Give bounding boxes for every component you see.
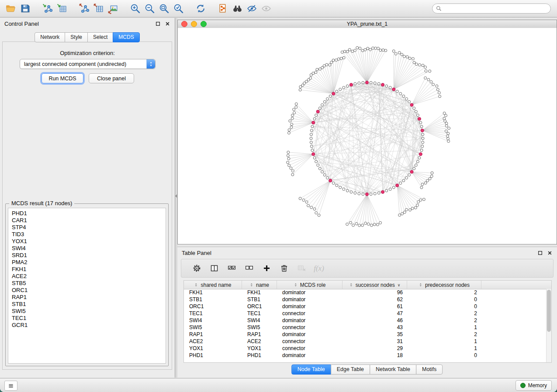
mcds-result-item[interactable]: STP4 (12, 224, 166, 231)
mcds-result-item[interactable]: TEC1 (12, 315, 166, 322)
cell: dominator (277, 303, 343, 309)
network-canvas[interactable] (178, 28, 557, 244)
mcds-result-item[interactable]: PMA2 (12, 259, 166, 266)
maximize-window-icon[interactable] (201, 21, 207, 27)
mcds-result-item[interactable]: STB1 (12, 301, 166, 308)
memory-button[interactable]: Memory (515, 380, 552, 391)
close-window-icon[interactable] (181, 21, 187, 27)
export-image-button[interactable] (106, 2, 120, 15)
check-all-icon (227, 264, 236, 273)
tab-motifs[interactable]: Motifs (416, 364, 443, 375)
network-window-titlebar[interactable]: YPA_prune.txt_1 (178, 20, 557, 28)
zoom-fit-button[interactable] (157, 2, 171, 15)
table-row[interactable]: SWI5SWI5connector431 (184, 324, 547, 331)
mcds-result-item[interactable]: SWI5 (12, 308, 166, 315)
mcds-result-item[interactable]: TID3 (12, 231, 166, 238)
create-column-button[interactable] (259, 261, 274, 276)
table-scrollbar[interactable] (546, 289, 551, 362)
mcds-result-item[interactable]: STB5 (12, 280, 166, 287)
tab-node-table[interactable]: Node Table (291, 364, 331, 375)
show-graphics-details-button[interactable] (259, 2, 273, 15)
mcds-result-item[interactable]: RAP1 (12, 294, 166, 301)
table-row[interactable]: SWI4SWI4dominator462 (184, 317, 547, 324)
export-table-button[interactable] (91, 2, 106, 15)
show-columns-button[interactable] (207, 261, 221, 276)
table-row[interactable]: RAP1RAP1dominator352 (184, 331, 547, 338)
search-box[interactable] (432, 3, 551, 14)
column-header-shared-name[interactable]: shared name (184, 281, 242, 289)
open-session-button[interactable] (3, 2, 18, 15)
table-row[interactable]: ORC1ORC1dominator610 (184, 303, 547, 310)
mcds-result-item[interactable]: SWI4 (12, 245, 166, 252)
mcds-result-item[interactable]: FKH1 (12, 266, 166, 273)
cell: connector (277, 324, 343, 330)
table-row[interactable]: PHD1PHD1dominator180 (184, 352, 547, 359)
plus-icon (262, 264, 271, 273)
tab-mcds[interactable]: MCDS (113, 32, 139, 42)
mcds-result-item[interactable]: YOX1 (12, 238, 166, 245)
run-mcds-button[interactable]: Run MCDS (42, 73, 83, 83)
zoom-selected-button[interactable] (171, 2, 186, 15)
column-label: name (256, 282, 269, 288)
save-session-button[interactable] (18, 2, 32, 15)
table-row[interactable]: TEC1TEC1connector472 (184, 310, 547, 317)
cell: RAP1 (242, 331, 277, 337)
deselect-all-columns-button[interactable] (242, 261, 256, 276)
mcds-result-item[interactable]: GCR1 (12, 322, 166, 329)
table-settings-button[interactable] (189, 261, 204, 276)
cell: 96 (343, 289, 407, 296)
import-network-button[interactable] (40, 2, 55, 15)
cell: FKH1 (184, 289, 242, 296)
float-table-panel-icon[interactable] (537, 250, 543, 256)
tab-network-table[interactable]: Network Table (370, 364, 416, 375)
tab-style[interactable]: Style (65, 32, 88, 42)
network-from-selection-button[interactable] (216, 2, 230, 15)
optimization-criterion-dropdown[interactable]: largest connected component (undirected)… (20, 59, 156, 69)
tab-select[interactable]: Select (87, 32, 113, 42)
function-builder-button[interactable]: f(x) (311, 261, 326, 276)
table-row[interactable]: YOX1YOX1connector291 (184, 345, 547, 352)
table-panel-title: Table Panel (182, 250, 211, 256)
column-header-MCDS-role[interactable]: MCDS role (277, 281, 343, 289)
toggle-annotations-button[interactable] (245, 2, 259, 15)
status-menu-button[interactable] (4, 381, 17, 391)
select-all-columns-button[interactable] (224, 261, 239, 276)
column-header-name[interactable]: name (242, 281, 277, 289)
column-header-predecessor-nodes[interactable]: predecessor nodes (407, 281, 481, 289)
zoom-out-button[interactable] (142, 2, 157, 15)
network-graph[interactable] (178, 28, 557, 244)
column-header-successor-nodes[interactable]: successor nodes∨ (343, 281, 407, 289)
cell: 1 (407, 345, 481, 351)
export-network-button[interactable] (77, 2, 91, 15)
search-input[interactable] (444, 5, 547, 12)
delete-columns-button[interactable] (277, 261, 291, 276)
cytoscape-window: Control Panel NetworkStyleSelectMCDS Opt… (0, 0, 557, 392)
delete-table-button[interactable] (294, 261, 309, 276)
mcds-result-item[interactable]: ORC1 (12, 287, 166, 294)
eye-gray-icon (261, 3, 272, 14)
tab-network[interactable]: Network (35, 32, 65, 42)
chevron-down-icon: ∨ (398, 283, 401, 287)
find-button[interactable] (230, 2, 245, 15)
table-import-icon (56, 3, 67, 14)
table-row[interactable]: STB1STB1dominator620 (184, 296, 547, 303)
zoom-in-button[interactable] (128, 2, 142, 15)
table-row[interactable]: FKH1FKH1dominator962 (184, 289, 547, 296)
mcds-result-item[interactable]: ACE2 (12, 273, 166, 280)
minimize-window-icon[interactable] (191, 21, 197, 27)
mcds-result-item[interactable]: SRD1 (12, 252, 166, 259)
table-row[interactable]: ACE2ACE2connector311 (184, 338, 547, 345)
import-table-button[interactable] (55, 2, 69, 15)
float-panel-icon[interactable] (155, 21, 161, 27)
network-view-window: YPA_prune.txt_1 (177, 20, 557, 244)
splitter-collapse-icon[interactable] (175, 194, 177, 198)
close-panel-button[interactable]: Close panel (89, 73, 134, 83)
tab-edge-table[interactable]: Edge Table (331, 364, 370, 375)
close-panel-icon[interactable] (164, 21, 170, 27)
scrollbar-thumb[interactable] (547, 290, 551, 332)
refresh-view-button[interactable] (194, 2, 208, 15)
mcds-result-list[interactable]: PHD1CAR1STP4TID3YOX1SWI4SRD1PMA2FKH1ACE2… (8, 208, 166, 364)
mcds-result-item[interactable]: CAR1 (12, 217, 166, 224)
close-table-panel-icon[interactable] (547, 250, 553, 256)
mcds-result-item[interactable]: PHD1 (12, 210, 166, 217)
